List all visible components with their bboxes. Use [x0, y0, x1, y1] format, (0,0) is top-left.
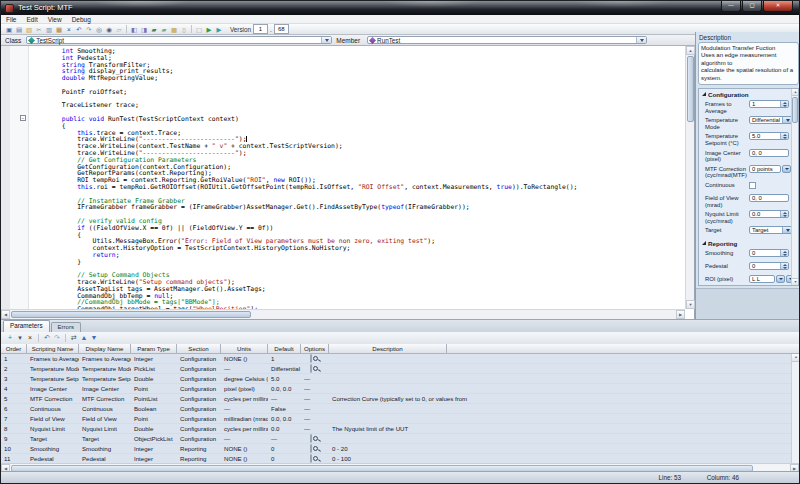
- undo-icon[interactable]: ↶: [43, 333, 52, 343]
- undo-icon[interactable]: ↶: [75, 25, 84, 34]
- preview-vertical-scrollbar[interactable]: ▲ ▼: [791, 89, 798, 285]
- tab-parameters[interactable]: Parameters: [3, 320, 50, 332]
- table-row[interactable]: 4Image CenterImage CenterPointConfigurat…: [1, 384, 791, 394]
- redo-icon[interactable]: ↷: [85, 25, 94, 34]
- editor-vertical-scrollbar[interactable]: ▲ ▼: [685, 46, 694, 309]
- roi-pixel-picker-button[interactable]: [776, 275, 785, 283]
- delete-parameter-icon[interactable]: ×: [26, 333, 35, 343]
- options-magnifier-button[interactable]: [310, 364, 312, 373]
- bookmark-icon[interactable]: ▱: [115, 25, 124, 34]
- add-dropdown-icon[interactable]: ▾: [16, 333, 25, 343]
- table-row[interactable]: 3Temperature SetpointTemperature Setpoin…: [1, 374, 791, 384]
- menu-debug[interactable]: Debug: [67, 16, 96, 23]
- pedestal-spinner[interactable]: 0: [749, 262, 789, 270]
- scroll-up-icon[interactable]: ▲: [792, 89, 799, 96]
- table-row[interactable]: 10SmoothingSmoothingIntegerReportingNONE…: [1, 444, 791, 454]
- field-of-view-mrad-field[interactable]: 0, 0: [749, 194, 789, 202]
- save-icon[interactable]: ▣: [5, 25, 14, 34]
- class-dropdown-arrow-icon[interactable]: [321, 37, 331, 43]
- table-row[interactable]: 6ContinuousContinuousBooleanConfiguratio…: [1, 404, 791, 414]
- editor-horizontal-scrollbar[interactable]: ◀ ▶: [1, 309, 685, 319]
- member-dropdown-arrow-icon[interactable]: [636, 37, 646, 43]
- temperature-setpoint-c-spinner[interactable]: 5.0: [749, 132, 789, 140]
- scroll-up-icon[interactable]: ▲: [792, 354, 799, 362]
- section-header-reporting[interactable]: Reporting: [699, 238, 791, 248]
- find-replace-icon[interactable]: ◉: [105, 25, 114, 34]
- editor-hscroll-thumb[interactable]: [11, 311, 251, 318]
- column-header-display-name[interactable]: Display Name: [79, 344, 131, 354]
- menu-view[interactable]: View: [43, 16, 67, 23]
- column-header-param-type[interactable]: Param Type: [131, 344, 177, 354]
- table-row[interactable]: 11PedestalPedestalIntegerReportingNONE (…: [1, 454, 791, 463]
- member-combobox[interactable]: RunTest: [367, 36, 647, 44]
- table-vertical-scrollbar[interactable]: ▲: [791, 354, 799, 463]
- version-minor-input[interactable]: 68: [274, 24, 289, 34]
- document-icon[interactable]: ▯: [180, 25, 189, 34]
- close-button[interactable]: ✕: [763, 1, 793, 12]
- move-up-icon[interactable]: ▲: [80, 333, 89, 343]
- redo-icon[interactable]: ↷: [53, 333, 62, 343]
- mtf-correction-cyc-mrad-mtf-picklist[interactable]: 0 points: [749, 165, 781, 173]
- options-magnifier-button[interactable]: [310, 434, 312, 443]
- table-row[interactable]: 2Temperature ModeTemperature ModePickLis…: [1, 364, 791, 374]
- find-icon[interactable]: ◎: [95, 25, 104, 34]
- indent-icon[interactable]: ◨: [140, 25, 149, 34]
- column-header-section[interactable]: Section: [177, 344, 221, 354]
- debug-icon[interactable]: ▶: [215, 25, 224, 34]
- scroll-right-icon[interactable]: ▶: [676, 310, 685, 319]
- nyquist-limit-cyc-mrad-spinner[interactable]: 0.0: [749, 210, 789, 218]
- column-header-default[interactable]: Default: [268, 344, 301, 354]
- spinner-arrows-icon[interactable]: [780, 211, 788, 217]
- table-row[interactable]: 8Nyquist LimitNyquist LimitDoubleConfigu…: [1, 424, 791, 434]
- code-text-area[interactable]: int Smoothing; int Pedestal; string Tran…: [31, 48, 684, 309]
- minimize-button[interactable]: —: [721, 1, 741, 12]
- column-header-units[interactable]: Units: [221, 344, 268, 354]
- chevron-down-icon[interactable]: [782, 227, 791, 233]
- table-row[interactable]: 1Frames to AverageFrames to AverageInteg…: [1, 354, 791, 364]
- scroll-down-icon[interactable]: ▼: [792, 278, 799, 285]
- column-header-order[interactable]: Order: [1, 344, 27, 354]
- frames-to-average-spinner[interactable]: 1: [749, 100, 789, 108]
- table-row[interactable]: 5MTF CorrectionMTF CorrectionPointListCo…: [1, 394, 791, 404]
- open-document-icon[interactable]: ▧: [25, 25, 34, 34]
- move-down-icon[interactable]: ▼: [90, 333, 99, 343]
- resize-columns-icon[interactable]: ⇄: [70, 333, 79, 343]
- spinner-arrows-icon[interactable]: [780, 250, 788, 256]
- class-combobox[interactable]: TestScript: [26, 36, 332, 44]
- version-major-input[interactable]: 1: [253, 24, 268, 34]
- smoothing-spinner[interactable]: 0: [749, 249, 789, 257]
- outdent-icon[interactable]: ◧: [130, 25, 139, 34]
- column-header-scripting-name[interactable]: Scripting Name: [27, 344, 79, 354]
- spinner-arrows-icon[interactable]: [780, 133, 788, 139]
- maximize-button[interactable]: ▢: [742, 1, 762, 12]
- editor-vscroll-thumb[interactable]: [687, 56, 694, 122]
- spinner-arrows-icon[interactable]: [780, 263, 788, 269]
- column-header-options[interactable]: Options: [301, 344, 329, 354]
- spinner-arrows-icon[interactable]: [780, 101, 788, 107]
- paste-icon[interactable]: ▦: [55, 25, 64, 34]
- options-magnifier-button[interactable]: [310, 444, 312, 453]
- options-magnifier-button[interactable]: [310, 454, 312, 463]
- section-header-configuration[interactable]: Configuration: [699, 89, 791, 99]
- scroll-left-icon[interactable]: ◀: [1, 310, 10, 319]
- scroll-down-icon[interactable]: ▼: [686, 300, 695, 309]
- table-row[interactable]: 7Field of ViewField of ViewPointConfigur…: [1, 414, 791, 424]
- table-row[interactable]: 9TargetTargetObjectPickListConfiguration…: [1, 434, 791, 444]
- roi-pixel-field[interactable]: L L: [749, 275, 775, 283]
- add-parameter-icon[interactable]: +: [6, 333, 15, 343]
- chevron-down-icon[interactable]: [782, 117, 791, 123]
- new-document-icon[interactable]: ▤: [15, 25, 24, 34]
- continuous-checkbox[interactable]: [749, 182, 756, 189]
- scroll-up-icon[interactable]: ▲: [686, 46, 695, 55]
- run-icon[interactable]: ▶: [205, 25, 214, 34]
- preview-vscroll-thumb[interactable]: [792, 97, 798, 123]
- menu-edit[interactable]: Edit: [21, 16, 42, 23]
- image-icon[interactable]: ▩: [170, 25, 179, 34]
- menu-file[interactable]: File: [1, 16, 21, 23]
- code-editor[interactable]: int Smoothing; int Pedestal; string Tran…: [1, 46, 695, 319]
- uncomment-icon[interactable]: ▰: [160, 25, 169, 34]
- cut-icon[interactable]: ✂: [35, 25, 44, 34]
- delete-icon[interactable]: ×: [65, 25, 74, 34]
- tab-errors[interactable]: Errors: [51, 322, 81, 332]
- comment-icon[interactable]: ▰: [150, 25, 159, 34]
